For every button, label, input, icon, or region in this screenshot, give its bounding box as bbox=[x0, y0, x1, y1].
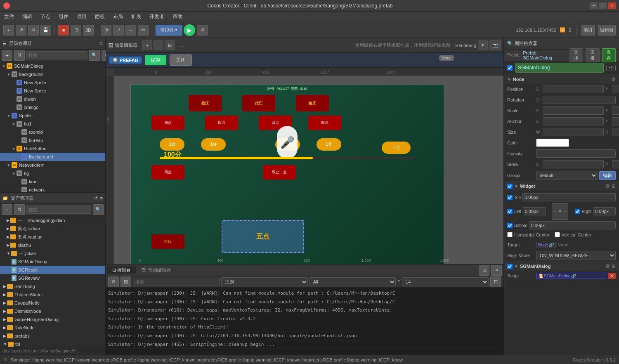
asset-list-view[interactable]: ⇅ bbox=[14, 204, 25, 215]
prefab-save-button[interactable]: 保存 bbox=[145, 55, 166, 65]
console-filter[interactable]: ▤ bbox=[120, 277, 131, 287]
anchor-x-input[interactable]: 0.5 bbox=[543, 117, 604, 125]
tree-item-dlwen[interactable]: N dlwen bbox=[0, 95, 105, 103]
menu-extend[interactable]: 扩展 bbox=[130, 12, 143, 21]
asset-thirteenwater[interactable]: ▶ ThirteenWater bbox=[0, 291, 105, 299]
asset-dismissnode[interactable]: ▶ DismissNode bbox=[0, 307, 105, 315]
console-tab-animation[interactable]: 🎬 动画编辑器 bbox=[136, 266, 176, 274]
rect-button[interactable]: ▭ bbox=[138, 25, 149, 35]
widget-enabled-checkbox[interactable] bbox=[507, 184, 513, 189]
hierarchy-sort[interactable]: ⇅ bbox=[14, 50, 25, 61]
asset-menu[interactable]: ≡ bbox=[100, 196, 103, 201]
edit-group-btn[interactable]: 编辑 bbox=[599, 171, 616, 180]
tree-item-bgbtn[interactable]: S Background bbox=[0, 153, 105, 161]
minimize-button[interactable]: ─ bbox=[590, 2, 598, 9]
sg-settings-icon[interactable]: ⊞ bbox=[612, 263, 616, 269]
sg-gear-icon[interactable]: ⚙ bbox=[605, 263, 610, 269]
scale-button[interactable]: ↔ bbox=[125, 25, 136, 35]
console-level-select[interactable]: 正则 bbox=[221, 277, 308, 286]
node-name-input[interactable] bbox=[515, 63, 604, 73]
widget-right-input[interactable] bbox=[593, 207, 616, 215]
stop-button[interactable]: ↺ bbox=[197, 25, 208, 35]
widget-top-input[interactable] bbox=[522, 193, 616, 201]
node-active-checkbox[interactable] bbox=[507, 65, 513, 71]
asset-cuopainode[interactable]: ▶ CuopaiNode bbox=[0, 299, 105, 307]
rotate-button[interactable]: ↗ bbox=[113, 25, 124, 35]
menu-component[interactable]: 组件 bbox=[57, 12, 70, 21]
tree-item-newsprite1[interactable]: S New Sprite bbox=[0, 78, 105, 87]
asset-search-input[interactable] bbox=[26, 206, 91, 214]
scale-x-input[interactable]: 1 bbox=[543, 106, 604, 115]
size-h-input[interactable]: 750 bbox=[612, 128, 619, 136]
prefab-close-button[interactable]: 关闭 bbox=[170, 54, 192, 66]
tree-item-bg1[interactable]: ▼ N bg1 bbox=[0, 120, 105, 128]
project-button[interactable]: 项目 bbox=[581, 25, 595, 35]
prefab-back-btn[interactable]: 回退 bbox=[586, 48, 599, 62]
zoom-in-btn[interactable]: + bbox=[142, 40, 152, 50]
fit-btn[interactable]: ⊞ bbox=[165, 40, 175, 50]
maximize-button[interactable]: □ bbox=[599, 2, 607, 9]
widget-section-header[interactable]: ▼ Widget ⚙ ⊞ bbox=[504, 182, 619, 191]
close-button[interactable]: ✕ bbox=[608, 2, 616, 9]
skew-x-input[interactable]: 0 bbox=[543, 160, 604, 168]
tree-item-bg[interactable]: ▼ N bg bbox=[0, 169, 105, 177]
menu-panel[interactable]: 面板 bbox=[93, 12, 106, 21]
hierarchy-search-input[interactable] bbox=[26, 51, 87, 59]
color-picker[interactable] bbox=[536, 139, 569, 147]
tree-item-sgmaindialog[interactable]: ▼ N SGMainDialog bbox=[0, 62, 105, 70]
asset-rulenode[interactable]: ▶ RuleNode bbox=[0, 324, 105, 332]
asset-refresh[interactable]: ↺ bbox=[94, 196, 98, 201]
console-close[interactable]: ✕ bbox=[491, 265, 502, 276]
asset-xiazhu[interactable]: ▶ xiazhu bbox=[0, 241, 105, 249]
asset-search-btn[interactable]: 🔍 bbox=[93, 204, 104, 215]
tree-item-zmlogo[interactable]: N zmlogo bbox=[0, 103, 105, 111]
asset-add[interactable]: + bbox=[2, 204, 12, 215]
tree-item-rulebutton[interactable]: ▼ B RuleButton bbox=[0, 144, 105, 153]
widget-right-checkbox[interactable] bbox=[575, 209, 580, 214]
widget-left-checkbox[interactable] bbox=[507, 209, 513, 214]
asset-tbl[interactable]: ▼ tbl bbox=[0, 340, 105, 347]
hierarchy-add[interactable]: + bbox=[2, 50, 12, 61]
menu-project[interactable]: 项目 bbox=[75, 12, 88, 21]
sg-enabled-checkbox[interactable] bbox=[507, 264, 513, 269]
play-button[interactable]: ▶ bbox=[184, 24, 195, 36]
grid-button[interactable]: ⊞ bbox=[71, 25, 81, 35]
red-button[interactable]: ■ bbox=[58, 25, 69, 35]
asset-sgreview[interactable]: P SGReview bbox=[0, 274, 105, 282]
console-expand[interactable]: ⊡ bbox=[490, 277, 501, 287]
node-section-header[interactable]: ▼ Node ⚙ bbox=[504, 75, 619, 84]
anchor-y-input[interactable]: 0.5 bbox=[612, 117, 619, 125]
editor-button[interactable]: 编辑器 bbox=[598, 25, 616, 35]
gear-icon[interactable]: ⚙ bbox=[611, 76, 616, 82]
camera-btn[interactable]: 📷 bbox=[489, 40, 501, 50]
tree-item-sprite[interactable]: ▼ S Sprite bbox=[0, 111, 105, 120]
delete-button[interactable]: ✕ bbox=[28, 25, 39, 35]
tree-item-network[interactable]: N network bbox=[0, 186, 105, 192]
console-maximize[interactable]: ⊡ bbox=[479, 265, 489, 276]
tree-item-time[interactable]: N time bbox=[0, 177, 105, 186]
asset-gamehongbao[interactable]: ▶ GameHongBaoDialog bbox=[0, 315, 105, 324]
widget-settings-icon[interactable]: ⊞ bbox=[612, 183, 616, 189]
console-tab-console[interactable]: ⊞ 控制台 bbox=[107, 266, 136, 274]
scene-main-canvas[interactable]: 房号: 981427 局数: 4/10 抢庄 抢庄 抢庄 四点 四点 四点 bbox=[114, 76, 503, 264]
menu-layout[interactable]: 布局 bbox=[111, 12, 125, 21]
scale-y-input[interactable]: 1 bbox=[612, 106, 619, 115]
menu-node[interactable]: 节点 bbox=[39, 12, 52, 21]
widget-bottom-input[interactable] bbox=[529, 221, 616, 229]
menu-developer[interactable]: 开发者 bbox=[148, 12, 166, 21]
tree-item-networkitem[interactable]: ▼ N NetworkItem bbox=[0, 161, 105, 169]
group-select[interactable]: default bbox=[536, 171, 598, 180]
sg-section-header[interactable]: ▼ SGMainDialog ⚙ ⊞ bbox=[504, 262, 619, 271]
tree-item-bureau[interactable]: N bureau bbox=[0, 136, 105, 144]
console-clear[interactable]: ⊘ bbox=[108, 277, 119, 287]
tree-item-roomid[interactable]: N roomid bbox=[0, 128, 105, 136]
widget-bottom-checkbox[interactable] bbox=[507, 223, 513, 228]
prefab-select-btn[interactable]: 选择 bbox=[569, 48, 583, 62]
prefab-save-btn[interactable]: 保存 bbox=[602, 48, 616, 62]
menu-help[interactable]: 帮助 bbox=[171, 12, 184, 21]
hierarchy-search-btn[interactable]: 🔍 bbox=[89, 50, 100, 61]
asset-sidian[interactable]: ▶ 凤点 sidian bbox=[0, 225, 105, 233]
3d-toggle[interactable]: 3D bbox=[83, 25, 94, 35]
tree-item-newsprite2[interactable]: S New Sprite bbox=[0, 87, 105, 95]
hierarchy-menu[interactable]: ≡ bbox=[99, 40, 103, 47]
